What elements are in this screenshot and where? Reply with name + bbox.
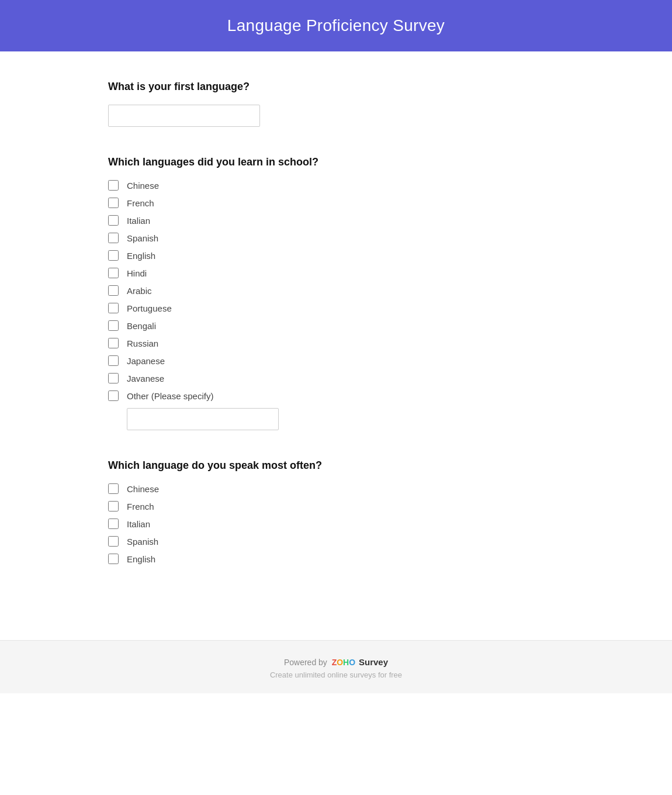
zoho-letter-h: H	[343, 658, 349, 667]
footer-powered-text: Powered by ZOHO Survey	[0, 657, 672, 667]
list-item: Russian	[108, 338, 564, 348]
checkbox-q3-label-french[interactable]: French	[127, 502, 154, 511]
checkbox-portuguese[interactable]	[108, 303, 119, 313]
list-item: Javanese	[108, 373, 564, 383]
first-language-input[interactable]	[108, 105, 260, 127]
checkbox-label-portuguese[interactable]: Portuguese	[127, 303, 172, 313]
list-item: Spanish	[108, 233, 564, 243]
checkbox-japanese[interactable]	[108, 355, 119, 366]
checkbox-english[interactable]	[108, 250, 119, 261]
checkbox-hindi[interactable]	[108, 268, 119, 278]
checkbox-label-japanese[interactable]: Japanese	[127, 356, 165, 366]
checkbox-label-italian[interactable]: Italian	[127, 216, 150, 226]
checkbox-french[interactable]	[108, 198, 119, 208]
page-header: Language Proficiency Survey	[0, 0, 672, 51]
question-2-block: Which languages did you learn in school?…	[108, 156, 564, 430]
checkbox-q3-spanish[interactable]	[108, 536, 119, 547]
zoho-letter-o1: O	[337, 658, 343, 667]
checkbox-label-spanish[interactable]: Spanish	[127, 233, 158, 243]
checkbox-q3-label-spanish[interactable]: Spanish	[127, 537, 158, 547]
checkbox-javanese[interactable]	[108, 373, 119, 383]
list-item: Chinese	[108, 483, 564, 494]
checkbox-chinese[interactable]	[108, 180, 119, 191]
checkbox-bengali[interactable]	[108, 320, 119, 331]
list-item: Arabic	[108, 285, 564, 296]
checkbox-q3-italian[interactable]	[108, 519, 119, 529]
checkbox-q3-label-chinese[interactable]: Chinese	[127, 484, 159, 494]
page-title: Language Proficiency Survey	[0, 16, 672, 35]
checkbox-q3-chinese[interactable]	[108, 483, 119, 494]
list-item: Italian	[108, 519, 564, 529]
list-item: Hindi	[108, 268, 564, 278]
footer-sub-text: Create unlimited online surveys for free	[0, 670, 672, 679]
list-item: Other (Please specify)	[108, 390, 564, 401]
checkbox-label-bengali[interactable]: Bengali	[127, 321, 156, 331]
page-footer: Powered by ZOHO Survey Create unlimited …	[0, 640, 672, 693]
other-language-input[interactable]	[127, 408, 279, 430]
checkbox-label-other[interactable]: Other (Please specify)	[127, 391, 213, 401]
zoho-letter-o2: O	[349, 658, 355, 667]
list-item: English	[108, 250, 564, 261]
survey-word: Survey	[359, 657, 388, 667]
list-item: French	[108, 198, 564, 208]
checkbox-arabic[interactable]	[108, 285, 119, 296]
checkbox-q3-english[interactable]	[108, 554, 119, 564]
checkbox-italian[interactable]	[108, 215, 119, 226]
checkbox-label-javanese[interactable]: Javanese	[127, 374, 164, 383]
spoken-languages-list: Chinese French Italian Spanish English	[108, 483, 564, 564]
question-2-label: Which languages did you learn in school?	[108, 156, 564, 168]
list-item: French	[108, 501, 564, 511]
checkbox-spanish[interactable]	[108, 233, 119, 243]
list-item: Chinese	[108, 180, 564, 191]
list-item: Bengali	[108, 320, 564, 331]
checkbox-other[interactable]	[108, 390, 119, 401]
checkbox-label-arabic[interactable]: Arabic	[127, 286, 152, 296]
checkbox-label-english[interactable]: English	[127, 251, 155, 261]
question-3-label: Which language do you speak most often?	[108, 459, 564, 472]
school-languages-list: Chinese French Italian Spanish English H…	[108, 180, 564, 401]
checkbox-label-chinese[interactable]: Chinese	[127, 181, 159, 191]
list-item: English	[108, 554, 564, 564]
checkbox-q3-french[interactable]	[108, 501, 119, 511]
zoho-letter-z: Z	[332, 658, 337, 667]
list-item: Portuguese	[108, 303, 564, 313]
checkbox-q3-label-italian[interactable]: Italian	[127, 519, 150, 529]
main-content: What is your first language? Which langu…	[73, 51, 599, 617]
checkbox-label-russian[interactable]: Russian	[127, 338, 158, 348]
powered-by-text: Powered by	[284, 658, 327, 667]
question-3-block: Which language do you speak most often? …	[108, 459, 564, 564]
checkbox-label-french[interactable]: French	[127, 198, 154, 208]
list-item: Japanese	[108, 355, 564, 366]
question-1-label: What is your first language?	[108, 81, 564, 93]
checkbox-label-hindi[interactable]: Hindi	[127, 268, 147, 278]
list-item: Italian	[108, 215, 564, 226]
checkbox-russian[interactable]	[108, 338, 119, 348]
zoho-logo: ZOHO	[330, 658, 355, 667]
list-item: Spanish	[108, 536, 564, 547]
question-1-block: What is your first language?	[108, 81, 564, 127]
checkbox-q3-label-english[interactable]: English	[127, 554, 155, 564]
